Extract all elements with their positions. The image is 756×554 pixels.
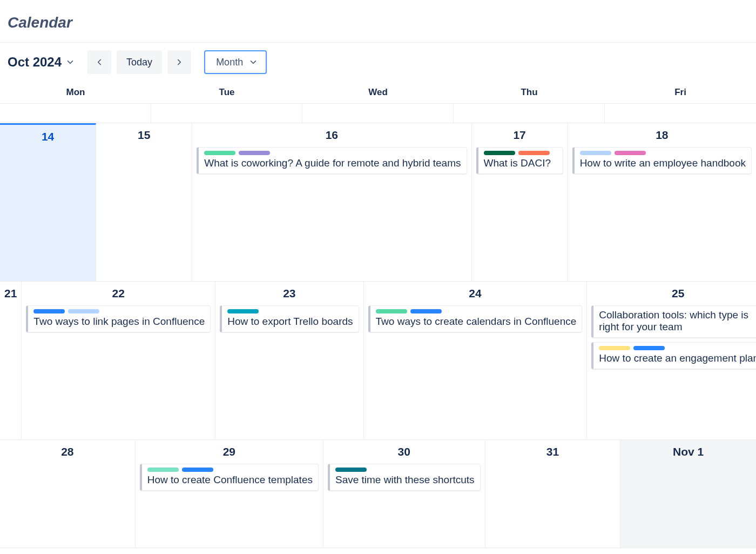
event-tag: [599, 346, 630, 350]
event-tag: [484, 151, 515, 155]
day-number: 30: [328, 443, 481, 464]
event-tag: [580, 151, 611, 155]
calendar-cell[interactable]: 21: [0, 282, 22, 440]
calendar-cell[interactable]: 30Save time with these shortcuts: [323, 440, 485, 548]
chevron-down-icon: [65, 57, 76, 68]
calendar-cell[interactable]: 17What is DACI?: [472, 123, 568, 282]
event-tag: [335, 468, 367, 472]
day-header-wed: Wed: [302, 82, 454, 103]
calendar-event[interactable]: How to write an employee handbook: [572, 147, 752, 174]
calendar-event[interactable]: Two ways to link pages in Confluence: [26, 305, 211, 332]
calendar-event[interactable]: What is coworking? A guide for remote an…: [197, 147, 467, 174]
calendar-event[interactable]: How to create an engagement plan: [591, 342, 756, 369]
prev-button[interactable]: [87, 50, 111, 74]
calendar-cell[interactable]: Nov 1: [620, 440, 756, 548]
event-tag: [615, 151, 646, 155]
calendar-row: 2122Two ways to link pages in Confluence…: [0, 282, 756, 440]
today-button[interactable]: Today: [117, 50, 162, 74]
calendar-row: 141516What is coworking? A guide for rem…: [0, 123, 756, 282]
view-selector-label: Month: [216, 57, 243, 68]
next-button[interactable]: [167, 50, 191, 74]
calendar-event[interactable]: Two ways to create calendars in Confluen…: [368, 305, 583, 332]
event-tag: [518, 151, 550, 155]
calendar-cell[interactable]: 28: [0, 440, 136, 548]
event-tag: [204, 151, 235, 155]
event-title: How to write an employee handbook: [580, 157, 746, 169]
day-number: Nov 1: [625, 443, 752, 464]
event-title: How to export Trello boards: [227, 316, 353, 328]
day-number: 25: [591, 285, 756, 305]
calendar-event[interactable]: What is DACI?: [476, 147, 563, 174]
calendar-event[interactable]: Save time with these shortcuts: [328, 464, 481, 491]
day-number: 22: [26, 285, 211, 305]
day-number: 29: [140, 443, 319, 464]
calendar-cell[interactable]: [151, 104, 302, 123]
day-number: 15: [100, 126, 187, 147]
day-number: 31: [490, 443, 616, 464]
day-header-fri: Fri: [605, 82, 756, 103]
calendar-row: 2829How to create Confluence templates30…: [0, 440, 756, 548]
calendar-cell[interactable]: 23How to export Trello boards: [215, 282, 363, 440]
chevron-down-icon: [248, 57, 258, 67]
calendar-cell[interactable]: 25Collaboration tools: which type is rig…: [587, 282, 756, 440]
event-tags: [204, 151, 461, 155]
event-tags: [580, 151, 746, 155]
event-tag: [227, 309, 259, 313]
day-number: 24: [368, 285, 583, 305]
event-tag: [147, 468, 179, 472]
calendar-cell[interactable]: [605, 104, 756, 123]
calendar-cell[interactable]: [302, 104, 454, 123]
event-tags: [147, 468, 313, 472]
day-number: 14: [4, 128, 91, 149]
day-number: 16: [197, 126, 467, 147]
event-title: Collaboration tools: which type is right…: [599, 309, 756, 333]
calendar-toolbar: Oct 2024 Today Month: [0, 43, 756, 82]
event-tag: [182, 468, 213, 472]
event-tag: [68, 309, 99, 313]
calendar-cell[interactable]: 22Two ways to link pages in Confluence: [22, 282, 215, 440]
calendar-cell[interactable]: [454, 104, 605, 123]
chevron-right-icon: [174, 57, 184, 67]
event-tags: [335, 468, 475, 472]
event-title: What is DACI?: [484, 157, 557, 169]
calendar-cell[interactable]: 15: [96, 123, 192, 282]
day-headers: Mon Tue Wed Thu Fri: [0, 82, 756, 104]
day-number: 18: [572, 126, 752, 147]
calendar-cell[interactable]: 29How to create Confluence templates: [136, 440, 323, 548]
calendar-cell[interactable]: 14: [0, 123, 96, 282]
month-picker[interactable]: Oct 2024: [8, 55, 82, 70]
calendar-cell[interactable]: 16What is coworking? A guide for remote …: [192, 123, 471, 282]
event-tags: [33, 309, 205, 313]
event-title: How to create an engagement plan: [599, 352, 756, 364]
event-tag: [33, 309, 65, 313]
day-header-tue: Tue: [151, 82, 302, 103]
calendar-cell[interactable]: 24Two ways to create calendars in Conflu…: [364, 282, 588, 440]
event-title: Two ways to link pages in Confluence: [33, 316, 205, 328]
calendar-cell[interactable]: [0, 104, 151, 123]
event-tag: [633, 346, 665, 350]
view-selector[interactable]: Month: [204, 50, 267, 74]
page-title: Calendar: [0, 0, 756, 42]
day-number: 21: [4, 285, 17, 305]
day-header-mon: Mon: [0, 82, 151, 103]
calendar-grid: 141516What is coworking? A guide for rem…: [0, 104, 756, 548]
chevron-left-icon: [94, 57, 104, 67]
day-number: 23: [220, 285, 359, 305]
day-header-thu: Thu: [454, 82, 605, 103]
calendar-cell[interactable]: 18How to write an employee handbook: [568, 123, 756, 282]
event-tags: [227, 309, 353, 313]
event-title: What is coworking? A guide for remote an…: [204, 157, 461, 169]
day-number: 28: [4, 443, 131, 464]
event-tags: [376, 309, 577, 313]
event-tag: [410, 309, 442, 313]
calendar-row: [0, 104, 756, 123]
event-tag: [376, 309, 407, 313]
calendar-event[interactable]: How to export Trello boards: [220, 305, 359, 332]
calendar-event[interactable]: Collaboration tools: which type is right…: [591, 305, 756, 338]
event-tag: [239, 151, 270, 155]
calendar-cell[interactable]: 31: [485, 440, 621, 548]
event-tags: [484, 151, 557, 155]
day-number: 17: [476, 126, 563, 147]
calendar-event[interactable]: How to create Confluence templates: [140, 464, 319, 491]
event-title: Two ways to create calendars in Confluen…: [376, 316, 577, 328]
